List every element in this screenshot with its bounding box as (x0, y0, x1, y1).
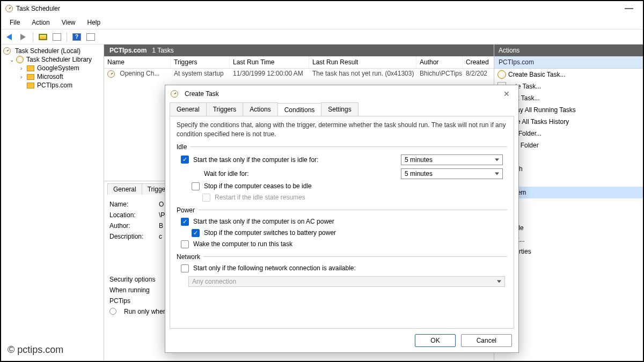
desc-label: Description: (109, 233, 155, 240)
ac-power-label: Start the task only if the computer is o… (193, 218, 334, 225)
caret-right-icon: › (20, 65, 26, 71)
dialog-icon (171, 90, 178, 98)
tb-extra-button[interactable] (85, 31, 97, 43)
app-icon (5, 5, 13, 12)
wake-label: Wake the computer to run this task (193, 240, 292, 248)
location-label: Location: (109, 211, 155, 219)
table-row[interactable]: Opening Ch... At system startup 11/30/19… (104, 69, 494, 79)
tree-item-pctips[interactable]: PCTIps.com (2, 81, 103, 90)
tb-props-button[interactable] (51, 31, 63, 43)
idle-duration-combo[interactable]: 5 minutes (401, 154, 503, 165)
menu-help[interactable]: Help (82, 18, 106, 27)
clock-icon (3, 47, 11, 55)
restart-idle-label: Restart if the idle state resumes (215, 194, 305, 201)
author-value: B (159, 222, 163, 230)
back-button[interactable] (3, 31, 15, 43)
idle-label: Start the task only if the computer is i… (193, 156, 318, 164)
power-group-label: Power (177, 206, 195, 214)
tab-general[interactable]: General (107, 183, 142, 195)
close-button[interactable]: ✕ (500, 88, 513, 99)
tree-root[interactable]: Task Scheduler (Local) (2, 47, 103, 55)
wait-label: Wait for idle for: (204, 170, 249, 178)
tree-item-microsoft[interactable]: ›Microsoft (2, 72, 103, 81)
col-author[interactable]: Author (416, 56, 463, 68)
caret-right-icon: › (20, 74, 26, 80)
help-icon: ? (72, 33, 81, 41)
arrow-right-icon (20, 34, 26, 40)
tree-item-google[interactable]: ›GoogleSystem (2, 64, 103, 72)
ac-power-checkbox[interactable] (181, 218, 189, 226)
conditions-desc: Specify the conditions that, along with … (177, 121, 507, 139)
network-label: Start only if the following network conn… (193, 264, 356, 272)
stop-idle-label: Stop if the computer ceases to be idle (204, 182, 312, 190)
toolbar: ? (1, 29, 643, 45)
arrow-left-icon (6, 34, 12, 40)
library-icon (16, 56, 24, 63)
tab-actions[interactable]: Actions (243, 102, 277, 116)
app-title: Task Scheduler (16, 5, 60, 12)
restart-idle-checkbox (202, 194, 210, 202)
tb-help-button[interactable]: ? (71, 31, 83, 43)
name-value: O (159, 201, 164, 208)
menu-view[interactable]: View (56, 18, 81, 27)
radio-icon[interactable] (109, 308, 116, 315)
cancel-button[interactable]: Cancel (461, 334, 512, 347)
col-triggers[interactable]: Triggers (171, 56, 230, 68)
folder-icon (27, 74, 34, 80)
author-label: Author: (109, 222, 155, 230)
menu-file[interactable]: File (4, 18, 25, 27)
titlebar: Task Scheduler (1, 1, 643, 16)
folder-icon (27, 65, 34, 71)
minimize-icon[interactable] (625, 8, 633, 9)
pctips-label: PCTips (109, 297, 130, 305)
menu-action[interactable]: Action (26, 18, 55, 27)
tree-library[interactable]: ⌄Task Scheduler Library (2, 55, 103, 64)
col-name[interactable]: Name (104, 56, 171, 68)
tab-conditions[interactable]: Conditions (277, 103, 322, 116)
desc-value: c (159, 233, 162, 240)
stop-idle-checkbox[interactable] (192, 182, 200, 190)
security-label: Security options (109, 276, 155, 283)
col-created[interactable]: Created (463, 56, 489, 68)
tree-pane: Task Scheduler (Local) ⌄Task Scheduler L… (1, 45, 104, 360)
watermark: © pctips.com (8, 344, 63, 356)
folder-icon (27, 83, 34, 88)
tab-settings[interactable]: Settings (321, 102, 358, 116)
task-count: 1 Tasks (152, 47, 173, 54)
menubar: File Action View Help (1, 16, 643, 29)
center-header: PCTIps.com 1 Tasks (104, 45, 494, 56)
tb-folder-button[interactable] (37, 31, 49, 43)
network-combo: Any connection (188, 276, 505, 287)
name-label: Name: (109, 201, 155, 208)
dialog-title: Create Task (185, 90, 219, 98)
actions-header: Actions (494, 45, 643, 56)
folder-icon (39, 34, 47, 40)
caret-down-icon: ⌄ (10, 57, 15, 63)
create-task-dialog: Create Task ✕ General Triggers Actions C… (165, 85, 519, 353)
props-icon (53, 33, 61, 41)
col-lastrun[interactable]: Last Run Time (230, 56, 309, 68)
extra-icon (86, 33, 95, 41)
battery-label: Stop if the computer switches to battery… (204, 229, 336, 237)
tab-general[interactable]: General (170, 102, 207, 116)
col-result[interactable]: Last Run Result (309, 56, 416, 68)
idle-group-label: Idle (177, 143, 187, 151)
when-running-label: When running (109, 286, 150, 294)
network-checkbox[interactable] (181, 264, 189, 272)
tab-triggers[interactable]: Triggers (206, 102, 244, 116)
idle-checkbox[interactable] (181, 156, 189, 164)
ok-button[interactable]: OK (415, 334, 455, 347)
center-title: PCTIps.com (109, 47, 147, 54)
forward-button[interactable] (17, 31, 29, 43)
wake-checkbox[interactable] (181, 240, 189, 248)
action-create-basic[interactable]: Create Basic Task... (494, 69, 643, 80)
dialog-tabs: General Triggers Actions Conditions Sett… (165, 102, 518, 116)
network-group-label: Network (177, 253, 200, 261)
battery-checkbox[interactable] (192, 229, 200, 237)
actions-subheader: PCTIps.com (494, 56, 643, 69)
location-value: \P (159, 211, 165, 219)
task-icon (107, 70, 115, 78)
wait-duration-combo[interactable]: 5 minutes (401, 168, 503, 179)
grid-header: Name Triggers Last Run Time Last Run Res… (104, 56, 494, 69)
